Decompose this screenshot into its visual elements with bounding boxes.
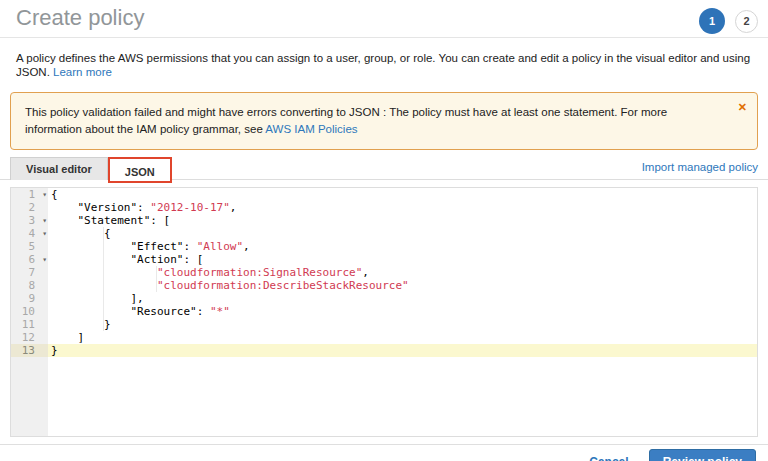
editor-line[interactable]: { xyxy=(51,188,757,201)
code-text: } xyxy=(104,318,111,331)
fold-icon[interactable]: ▾ xyxy=(42,188,47,201)
tab-visual-editor[interactable]: Visual editor xyxy=(10,157,108,180)
fold-icon[interactable]: ▾ xyxy=(42,227,47,240)
close-icon[interactable]: ✕ xyxy=(738,99,747,116)
code-text: "Statement": [ xyxy=(78,214,171,227)
gutter-line-number[interactable]: 6▾ xyxy=(11,253,48,266)
code-string: "cloudformation:DescribeStackResource" xyxy=(157,279,409,292)
gutter-line-number[interactable]: 4▾ xyxy=(11,227,48,240)
line-number: 6 xyxy=(28,253,35,266)
page-header: Create policy 1 2 xyxy=(0,0,768,38)
gutter-line-number[interactable]: 12 xyxy=(11,331,48,344)
gutter-line-number[interactable]: 9 xyxy=(11,292,48,305)
line-number: 3 xyxy=(28,214,35,227)
step-indicator-1[interactable]: 1 xyxy=(699,8,725,34)
editor-line[interactable]: "cloudformation:SignalResource", xyxy=(51,266,757,279)
line-number: 5 xyxy=(28,240,35,253)
code-indent xyxy=(51,279,157,292)
intro-description: A policy defines the AWS permissions tha… xyxy=(16,52,750,78)
create-policy-page: Create policy 1 2 A policy defines the A… xyxy=(0,0,768,461)
line-number: 1 xyxy=(28,188,35,201)
gutter-line-number[interactable]: 1▾ xyxy=(11,188,48,201)
editor-tabbar: Visual editorJSON Import managed policy xyxy=(0,157,768,180)
code-indent xyxy=(51,201,78,214)
gutter-line-number[interactable]: 8 xyxy=(11,279,48,292)
code-indent xyxy=(51,240,130,253)
json-editor[interactable]: 1▾23▾4▾56▾78910111213 { "Version": "2012… xyxy=(10,187,758,437)
code-indent xyxy=(51,227,104,240)
validation-alert: This policy validation failed and might … xyxy=(10,92,758,150)
editor-line[interactable]: { xyxy=(51,227,757,240)
code-text: "Effect": xyxy=(130,240,196,253)
editor-line[interactable]: } xyxy=(51,318,757,331)
review-policy-button[interactable]: Review policy xyxy=(649,449,756,461)
editor-line[interactable]: "Action": [ xyxy=(51,253,757,266)
code-text: , xyxy=(362,266,369,279)
editor-line[interactable]: } xyxy=(48,344,757,357)
line-number: 9 xyxy=(28,292,35,305)
code-text: { xyxy=(51,188,58,201)
line-number: 10 xyxy=(22,305,35,318)
line-number: 2 xyxy=(28,201,35,214)
fold-icon[interactable]: ▾ xyxy=(42,253,47,266)
code-indent xyxy=(51,331,78,344)
gutter-line-number[interactable]: 2 xyxy=(11,201,48,214)
editor-line[interactable]: "Effect": "Allow", xyxy=(51,240,757,253)
step-indicator-2[interactable]: 2 xyxy=(735,10,758,33)
code-text: , xyxy=(230,201,237,214)
code-indent xyxy=(51,214,78,227)
iam-policies-link[interactable]: AWS IAM Policies xyxy=(265,123,357,135)
code-string: "Allow" xyxy=(197,240,243,253)
code-text: "Resource": xyxy=(130,305,209,318)
fold-icon[interactable]: ▾ xyxy=(42,214,47,227)
gutter-line-number[interactable]: 10 xyxy=(11,305,48,318)
editor-line[interactable]: "Statement": [ xyxy=(51,214,757,227)
gutter-line-number[interactable]: 7 xyxy=(11,266,48,279)
code-text: "Action": [ xyxy=(130,253,203,266)
gutter-line-number[interactable]: 13 xyxy=(11,344,48,357)
tab-json[interactable]: JSON xyxy=(108,157,172,183)
page-title: Create policy xyxy=(16,0,768,36)
editor-line[interactable]: ], xyxy=(51,292,757,305)
editor-code-area[interactable]: { "Version": "2012-10-17", "Statement": … xyxy=(48,188,757,436)
learn-more-link[interactable]: Learn more xyxy=(53,66,112,78)
code-indent xyxy=(51,305,130,318)
editor-gutter: 1▾23▾4▾56▾78910111213 xyxy=(11,188,48,436)
code-text: , xyxy=(243,240,250,253)
code-string: "*" xyxy=(210,305,230,318)
gutter-line-number[interactable]: 3▾ xyxy=(11,214,48,227)
code-string: "cloudformation:SignalResource" xyxy=(157,266,362,279)
line-number: 4 xyxy=(28,227,35,240)
line-number: 12 xyxy=(22,331,35,344)
footer-bar: Cancel Review policy xyxy=(0,444,768,461)
code-text: { xyxy=(104,227,111,240)
gutter-line-number[interactable]: 5 xyxy=(11,240,48,253)
gutter-line-number[interactable]: 11 xyxy=(11,318,48,331)
line-number: 13 xyxy=(22,344,35,357)
intro-text: A policy defines the AWS permissions tha… xyxy=(16,51,752,79)
code-indent xyxy=(51,292,130,305)
code-indent xyxy=(51,266,157,279)
line-number: 11 xyxy=(22,318,35,331)
code-string: "2012-10-17" xyxy=(150,201,229,214)
wizard-steps: 1 2 xyxy=(699,8,758,34)
code-indent xyxy=(51,253,130,266)
code-text: "Version": xyxy=(78,201,151,214)
code-text: } xyxy=(51,344,58,357)
editor-line[interactable]: "cloudformation:DescribeStackResource" xyxy=(51,279,757,292)
code-text: ], xyxy=(130,292,143,305)
cancel-button[interactable]: Cancel xyxy=(589,455,628,461)
editor-line[interactable]: ] xyxy=(51,331,757,344)
import-managed-policy-link[interactable]: Import managed policy xyxy=(642,161,758,173)
line-number: 7 xyxy=(28,266,35,279)
editor-line[interactable]: "Version": "2012-10-17", xyxy=(51,201,757,214)
code-text: ] xyxy=(78,331,85,344)
code-indent xyxy=(51,318,104,331)
editor-line[interactable]: "Resource": "*" xyxy=(51,305,757,318)
line-number: 8 xyxy=(28,279,35,292)
